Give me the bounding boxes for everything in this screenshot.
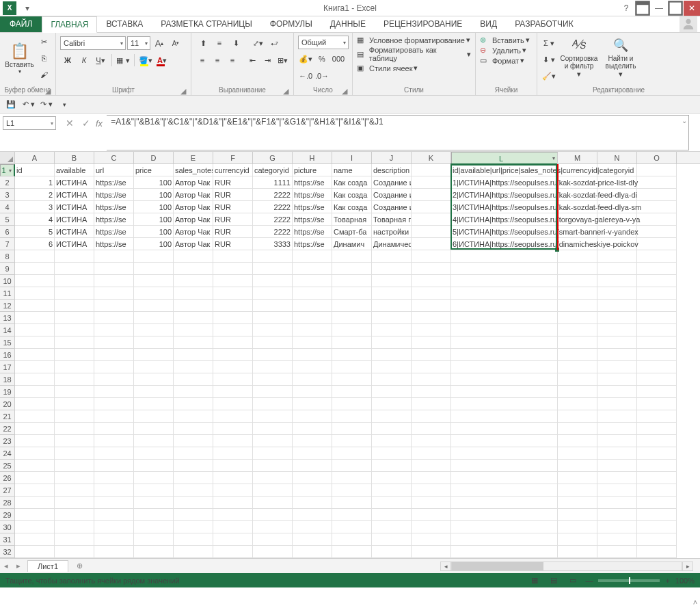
zoom-slider[interactable] (598, 579, 660, 582)
cell[interactable] (134, 435, 174, 447)
cell[interactable] (174, 447, 213, 460)
increase-decimal-button[interactable]: ←.0 (298, 68, 313, 83)
cell[interactable] (412, 423, 451, 435)
cell[interactable]: https://se (293, 238, 332, 250)
cell[interactable] (213, 546, 253, 558)
cell[interactable]: 4|ИСТИНА|https://seopulses.ru/torgovaya-… (451, 213, 558, 226)
cell[interactable] (332, 373, 372, 386)
cell[interactable] (213, 472, 253, 484)
cell[interactable] (293, 300, 332, 312)
cell[interactable] (597, 324, 637, 336)
cell[interactable] (15, 386, 55, 398)
cell[interactable] (332, 336, 372, 349)
cell[interactable] (55, 336, 94, 349)
cell[interactable] (94, 472, 134, 484)
cell[interactable] (213, 373, 253, 386)
cell[interactable]: 1111 (253, 176, 293, 189)
cell[interactable] (451, 509, 558, 521)
cell[interactable] (293, 263, 332, 275)
row-header[interactable]: 3 (0, 189, 15, 201)
cell[interactable] (412, 484, 451, 497)
cell[interactable] (253, 472, 293, 484)
cell[interactable] (451, 398, 558, 410)
cell[interactable]: RUR (213, 176, 253, 189)
cell[interactable] (451, 263, 558, 275)
cell[interactable] (637, 189, 677, 201)
cell[interactable] (55, 472, 94, 484)
cell[interactable] (372, 460, 412, 472)
cell[interactable] (134, 497, 174, 509)
cell[interactable]: RUR (213, 213, 253, 226)
column-header[interactable]: D (134, 152, 174, 163)
cell[interactable] (94, 533, 134, 546)
cell[interactable] (412, 238, 451, 250)
row-header[interactable]: 6 (0, 226, 15, 238)
cell[interactable] (412, 398, 451, 410)
cell[interactable] (213, 336, 253, 349)
cell[interactable] (94, 509, 134, 521)
cell[interactable]: id|available|url|price|sales_notes|curre… (451, 164, 558, 176)
cell[interactable] (293, 287, 332, 300)
cell[interactable] (55, 275, 94, 287)
row-header[interactable]: 5 (0, 213, 15, 226)
cell[interactable]: RUR (213, 201, 253, 213)
cell[interactable] (174, 410, 213, 423)
cell[interactable] (55, 447, 94, 460)
number-format-select[interactable]: Общий (298, 36, 349, 49)
cell[interactable] (134, 410, 174, 423)
cell[interactable] (15, 324, 55, 336)
grow-font-button[interactable]: A▴ (152, 36, 167, 51)
cell[interactable]: 2222 (253, 213, 293, 226)
cell[interactable] (253, 460, 293, 472)
cell[interactable] (55, 484, 94, 497)
cell[interactable]: https://se (293, 189, 332, 201)
cell[interactable] (332, 300, 372, 312)
tab-review[interactable]: РЕЦЕНЗИРОВАНИЕ (375, 16, 471, 32)
cell[interactable] (253, 349, 293, 361)
cell[interactable] (597, 312, 637, 324)
cell[interactable] (558, 324, 597, 336)
cell[interactable] (174, 324, 213, 336)
cell[interactable]: ИСТИНА (55, 213, 94, 226)
cell[interactable]: https://se (94, 176, 134, 189)
cell[interactable]: ИСТИНА (55, 226, 94, 238)
cell[interactable] (94, 497, 134, 509)
cell[interactable] (213, 410, 253, 423)
cell[interactable] (213, 275, 253, 287)
cell[interactable] (637, 201, 677, 213)
cell[interactable]: 3 (15, 201, 55, 213)
cell[interactable] (637, 226, 677, 238)
cell[interactable] (332, 361, 372, 373)
row-header[interactable]: 25 (0, 460, 15, 472)
cell[interactable]: Как созда (332, 176, 372, 189)
cell[interactable] (558, 300, 597, 312)
cell[interactable] (253, 533, 293, 546)
cell[interactable] (372, 410, 412, 423)
borders-button[interactable]: ▦ ▾ (116, 53, 131, 68)
cell[interactable] (253, 300, 293, 312)
cell[interactable]: Как созда (332, 189, 372, 201)
cell[interactable] (293, 533, 332, 546)
cell[interactable] (372, 521, 412, 533)
cell[interactable]: 2 (15, 189, 55, 201)
cell[interactable] (174, 361, 213, 373)
cell[interactable] (597, 349, 637, 361)
cell[interactable] (94, 250, 134, 263)
cell[interactable] (253, 324, 293, 336)
cell[interactable] (15, 373, 55, 386)
cell[interactable] (597, 509, 637, 521)
cell[interactable] (451, 435, 558, 447)
italic-button[interactable]: К (77, 53, 92, 68)
cell[interactable] (174, 521, 213, 533)
cell[interactable] (293, 324, 332, 336)
row-header[interactable]: 18 (0, 373, 15, 386)
ribbon-display-button[interactable] (634, 1, 651, 16)
cell[interactable]: 2|ИСТИНА|https://seopulses.ru/kak-sozdat… (451, 189, 558, 201)
cell[interactable] (174, 435, 213, 447)
cell[interactable] (55, 423, 94, 435)
cell[interactable] (637, 300, 677, 312)
cell[interactable] (94, 287, 134, 300)
cell[interactable] (213, 521, 253, 533)
cell[interactable] (412, 176, 451, 189)
cell[interactable] (94, 423, 134, 435)
